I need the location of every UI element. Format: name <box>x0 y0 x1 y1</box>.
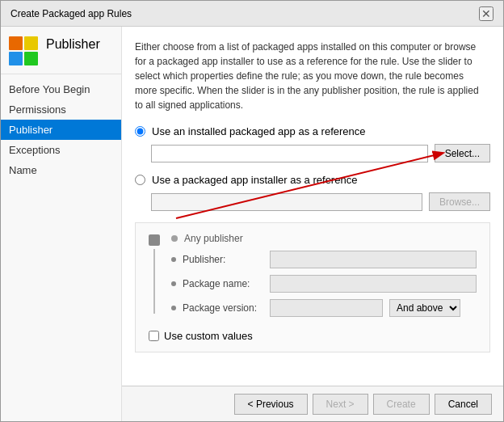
slider-dot-package-version <box>171 306 176 310</box>
radio-installer-label[interactable]: Use a packaged app installer as a refere… <box>152 174 357 186</box>
icon-cell-3 <box>9 52 23 65</box>
sidebar-item-permissions[interactable]: Permissions <box>1 99 121 120</box>
close-button[interactable]: ✕ <box>479 6 494 21</box>
publisher-label: Publisher: <box>183 254 263 265</box>
use-custom-values-checkbox[interactable] <box>149 331 159 341</box>
radio-installed[interactable] <box>135 126 145 137</box>
dialog-body: Publisher Before You Begin Permissions P… <box>1 27 503 421</box>
radio-group: Use an installed packaged app as a refer… <box>135 125 490 162</box>
dialog-title: Create Packaged app Rules <box>10 8 132 19</box>
radio-installer-row: Use a packaged app installer as a refere… <box>135 174 490 186</box>
package-version-value-input[interactable] <box>270 299 383 317</box>
radio-installer-group: Use a packaged app installer as a refere… <box>135 174 490 211</box>
sidebar: Publisher Before You Begin Permissions P… <box>1 27 122 421</box>
version-condition-select[interactable]: And above And below Exactly <box>389 299 460 317</box>
installer-app-input <box>151 193 422 211</box>
main-content: Either choose from a list of packaged ap… <box>122 27 503 421</box>
sidebar-title: Publisher <box>46 36 100 52</box>
slider-dot-package-name <box>171 281 176 286</box>
package-version-form-row: Package version: And above And below Exa… <box>171 299 477 317</box>
installer-input-row: Browse... <box>151 192 490 211</box>
title-bar: Create Packaged app Rules ✕ <box>1 1 503 27</box>
package-version-label: Package version: <box>183 302 263 314</box>
dialog-footer: < Previous Next > Create Cancel <box>122 386 503 421</box>
slider-line <box>153 249 155 314</box>
icon-cell-1 <box>9 36 23 50</box>
publisher-value-input[interactable] <box>270 251 477 268</box>
next-button: Next > <box>313 394 368 415</box>
sidebar-header: Publisher <box>1 27 121 74</box>
create-packaged-app-rules-dialog: Create Packaged app Rules ✕ Publisher Be… <box>0 0 504 422</box>
previous-button[interactable]: < Previous <box>234 394 308 415</box>
create-button: Create <box>373 394 430 415</box>
sidebar-nav: Before You Begin Permissions Publisher E… <box>1 74 121 180</box>
package-name-value-input[interactable] <box>270 275 477 293</box>
slider-section: Any publisher Publisher: Pa <box>135 222 490 352</box>
sidebar-item-before-you-begin[interactable]: Before You Begin <box>1 79 121 99</box>
scroll-area: Either choose from a list of packaged ap… <box>122 27 503 386</box>
sidebar-item-publisher[interactable]: Publisher <box>1 120 121 140</box>
description-text: Either choose from a list of packaged ap… <box>135 40 490 112</box>
browse-button: Browse... <box>429 192 490 211</box>
any-publisher-row: Any publisher <box>171 233 477 244</box>
any-publisher-label: Any publisher <box>184 233 243 244</box>
slider-labels: Any publisher Publisher: Pa <box>171 233 477 323</box>
package-name-form-row: Package name: <box>171 275 477 293</box>
slider-dot-top <box>171 235 178 242</box>
sidebar-item-name[interactable]: Name <box>1 160 121 180</box>
slider-track[interactable] <box>149 233 160 314</box>
icon-cell-4 <box>24 52 38 65</box>
radio-installed-label[interactable]: Use an installed packaged app as a refer… <box>152 125 366 137</box>
select-button[interactable]: Select... <box>435 144 490 162</box>
installed-input-row: Select... <box>151 144 490 162</box>
publisher-icon <box>9 36 38 65</box>
slider-dot-publisher <box>171 257 176 262</box>
use-custom-values-label[interactable]: Use custom values <box>164 330 253 342</box>
use-custom-values-row: Use custom values <box>149 330 477 342</box>
radio-installer[interactable] <box>135 175 145 185</box>
installed-app-input[interactable] <box>151 145 428 162</box>
publisher-form-row: Publisher: <box>171 251 477 268</box>
radio-installed-row: Use an installed packaged app as a refer… <box>135 125 490 137</box>
cancel-button[interactable]: Cancel <box>435 394 492 415</box>
package-name-label: Package name: <box>183 278 263 289</box>
slider-thumb[interactable] <box>149 234 160 246</box>
slider-container: Any publisher Publisher: Pa <box>149 233 477 323</box>
sidebar-item-exceptions[interactable]: Exceptions <box>1 140 121 160</box>
icon-cell-2 <box>24 36 38 50</box>
